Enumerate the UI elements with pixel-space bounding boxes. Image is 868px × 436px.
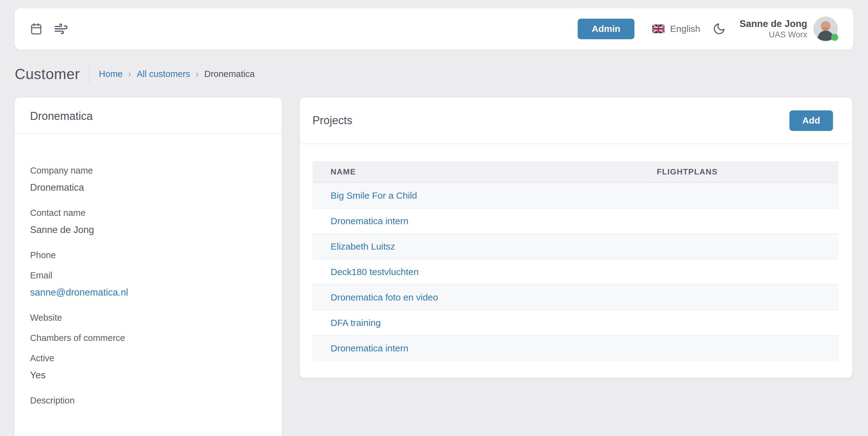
field-company-name: Company nameDronematica	[30, 164, 267, 194]
project-name-cell: Deck180 testvluchten	[312, 259, 639, 284]
field-chambers-of-commerce: Chambers of commerce	[30, 332, 267, 344]
projects-card-header: Projects Add	[300, 98, 852, 144]
page-title: Customer	[15, 66, 80, 82]
user-name: Sanne de Jong	[740, 18, 807, 30]
header-icon-group	[30, 22, 68, 36]
flightplans-cell	[639, 335, 839, 361]
projects-table-wrap: NAME FLIGHTPLANS Big Smile For a ChildDr…	[312, 161, 839, 361]
chevron-right-icon: ›	[195, 69, 199, 79]
table-row: Dronematica intern	[312, 208, 839, 234]
customer-card: Dronematica Company nameDronematicaConta…	[15, 98, 282, 436]
project-link[interactable]: DFA training	[331, 317, 381, 328]
calendar-icon[interactable]	[30, 23, 42, 35]
field-description: Description	[30, 394, 267, 407]
column-header-flightplans: FLIGHTPLANS	[639, 161, 839, 183]
moon-icon[interactable]	[713, 22, 725, 35]
avatar[interactable]	[813, 16, 838, 41]
uk-flag-icon	[652, 25, 664, 33]
field-website: Website	[30, 311, 267, 324]
top-header-bar: Admin English Sanne de Jong	[15, 8, 853, 49]
projects-table-body: Big Smile For a ChildDronematica internE…	[312, 183, 839, 361]
field-label: Chambers of commerce	[30, 332, 267, 344]
project-name-cell: Elizabeth Luitsz	[312, 234, 639, 259]
user-menu[interactable]: Sanne de Jong UAS Worx	[740, 16, 838, 41]
language-selector[interactable]: English	[652, 24, 700, 34]
field-label: Phone	[30, 249, 267, 261]
chevron-right-icon: ›	[127, 69, 132, 79]
field-active: ActiveYes	[30, 352, 267, 382]
page-heading-row: Customer Home›All customers›Dronematica	[15, 63, 255, 85]
project-name-cell: Dronematica foto en video	[312, 284, 639, 310]
breadcrumb: Home›All customers›Dronematica	[99, 69, 255, 79]
project-name-cell: Dronematica intern	[312, 208, 639, 234]
flightplans-cell	[639, 284, 839, 310]
flightplans-cell	[639, 310, 839, 335]
customer-card-title: Dronematica	[15, 98, 282, 134]
field-value-link[interactable]: sanne@dronematica.nl	[30, 286, 267, 299]
breadcrumb-item-all-customers[interactable]: All customers	[136, 69, 190, 79]
header-right-group: Admin English Sanne de Jong	[578, 16, 838, 41]
project-link[interactable]: Dronematica intern	[331, 216, 408, 226]
add-project-button[interactable]: Add	[789, 110, 833, 131]
table-header-row: NAME FLIGHTPLANS	[312, 161, 839, 183]
project-link[interactable]: Deck180 testvluchten	[331, 267, 418, 277]
flightplans-cell	[639, 208, 839, 234]
project-link[interactable]: Big Smile For a Child	[331, 191, 417, 201]
field-label: Description	[30, 394, 267, 407]
projects-card: Projects Add NAME FLIGHTPLANS Big Smile …	[300, 98, 852, 378]
field-label: Website	[30, 311, 267, 324]
field-email: Emailsanne@dronematica.nl	[30, 269, 267, 299]
flightplans-cell	[639, 259, 839, 284]
projects-card-title: Projects	[312, 114, 352, 127]
wind-icon[interactable]	[54, 22, 68, 36]
admin-button[interactable]: Admin	[578, 19, 634, 39]
field-value: Sanne de Jong	[30, 223, 267, 237]
project-name-cell: Big Smile For a Child	[312, 183, 639, 208]
online-status-dot	[831, 34, 838, 41]
language-label: English	[670, 24, 700, 34]
project-link[interactable]: Dronematica foto en video	[331, 292, 438, 302]
table-row: DFA training	[312, 310, 839, 335]
field-label: Active	[30, 352, 267, 364]
table-row: Deck180 testvluchten	[312, 259, 839, 284]
field-value: Dronematica	[30, 181, 267, 194]
breadcrumb-item-home[interactable]: Home	[99, 69, 122, 79]
projects-table: NAME FLIGHTPLANS Big Smile For a ChildDr…	[312, 161, 839, 361]
table-row: Dronematica intern	[312, 335, 839, 361]
project-link[interactable]: Elizabeth Luitsz	[331, 241, 395, 251]
flightplans-cell	[639, 234, 839, 259]
user-text-block: Sanne de Jong UAS Worx	[740, 18, 807, 39]
field-label: Contact name	[30, 207, 267, 219]
project-name-cell: DFA training	[312, 310, 639, 335]
table-row: Big Smile For a Child	[312, 183, 839, 208]
flightplans-cell	[639, 183, 839, 208]
table-row: Dronematica foto en video	[312, 284, 839, 310]
column-header-name: NAME	[312, 161, 639, 183]
project-link[interactable]: Dronematica intern	[331, 343, 408, 353]
table-row: Elizabeth Luitsz	[312, 234, 839, 259]
field-label: Company name	[30, 164, 267, 177]
field-value: Yes	[30, 369, 267, 382]
field-contact-name: Contact nameSanne de Jong	[30, 207, 267, 237]
customer-fields: Company nameDronematicaContact nameSanne…	[15, 134, 282, 407]
vertical-divider	[89, 64, 90, 83]
breadcrumb-item-dronematica: Dronematica	[204, 69, 254, 79]
field-phone: Phone	[30, 249, 267, 261]
user-org: UAS Worx	[740, 30, 807, 39]
project-name-cell: Dronematica intern	[312, 335, 639, 361]
field-label: Email	[30, 269, 267, 281]
